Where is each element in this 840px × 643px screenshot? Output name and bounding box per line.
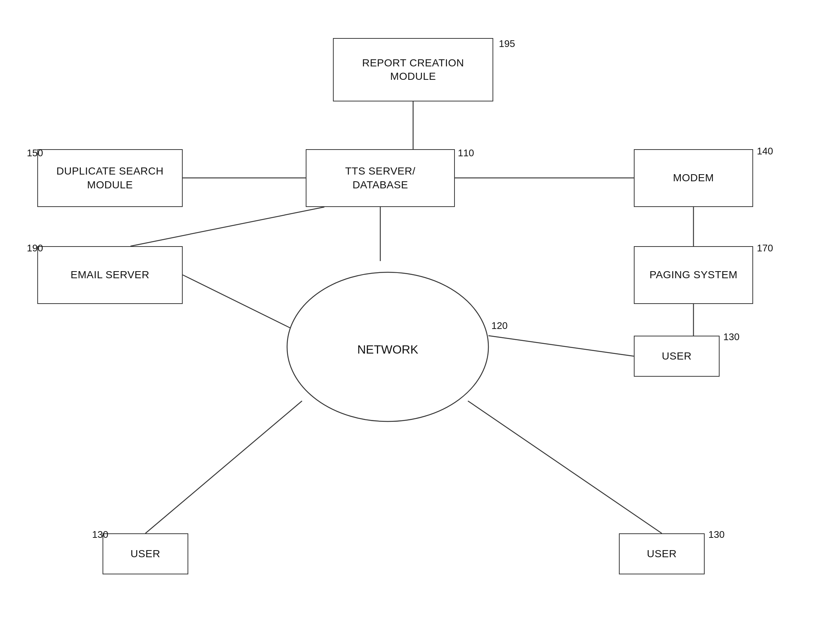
user-bottom-right-box: USER xyxy=(619,534,705,574)
user-bottom-left-box: USER xyxy=(103,534,188,574)
svg-line-9 xyxy=(468,401,662,534)
svg-line-7 xyxy=(488,336,634,356)
svg-line-8 xyxy=(145,401,302,534)
user-right-label: USER xyxy=(662,349,692,363)
user-right-box: USER xyxy=(634,336,720,377)
duplicate-search-module-box: DUPLICATE SEARCH MODULE xyxy=(37,149,183,207)
diagram: REPORT CREATION MODULE 195 TTS SERVER/ D… xyxy=(0,0,840,643)
svg-line-6 xyxy=(183,275,291,328)
modem-label: MODEM xyxy=(673,171,714,184)
ref-150: 150 xyxy=(27,147,43,159)
report-creation-module-box: REPORT CREATION MODULE xyxy=(333,38,493,101)
ref-140: 140 xyxy=(757,145,773,157)
svg-line-10 xyxy=(130,207,324,246)
ref-195: 195 xyxy=(499,38,515,50)
email-server-label: EMAIL SERVER xyxy=(70,268,149,282)
user-bottom-right-label: USER xyxy=(647,547,677,561)
ref-130-bottom-left: 130 xyxy=(92,529,108,540)
report-creation-module-label: REPORT CREATION MODULE xyxy=(362,56,464,83)
network-ellipse xyxy=(287,272,488,421)
user-bottom-left-label: USER xyxy=(130,547,160,561)
ref-190: 190 xyxy=(27,242,43,254)
ref-120: 120 xyxy=(492,320,508,331)
tts-server-label: TTS SERVER/ DATABASE xyxy=(345,165,416,192)
paging-system-box: PAGING SYSTEM xyxy=(634,246,753,304)
ref-130-bottom-right: 130 xyxy=(708,529,724,540)
modem-box: MODEM xyxy=(634,149,753,207)
tts-server-box: TTS SERVER/ DATABASE xyxy=(306,149,455,207)
ref-170: 170 xyxy=(757,242,773,254)
network-label: NETWORK xyxy=(357,343,418,356)
ref-130-right: 130 xyxy=(723,331,739,343)
paging-system-label: PAGING SYSTEM xyxy=(650,268,737,282)
duplicate-search-label: DUPLICATE SEARCH MODULE xyxy=(56,165,164,192)
ref-110: 110 xyxy=(458,147,474,159)
email-server-box: EMAIL SERVER xyxy=(37,246,183,304)
